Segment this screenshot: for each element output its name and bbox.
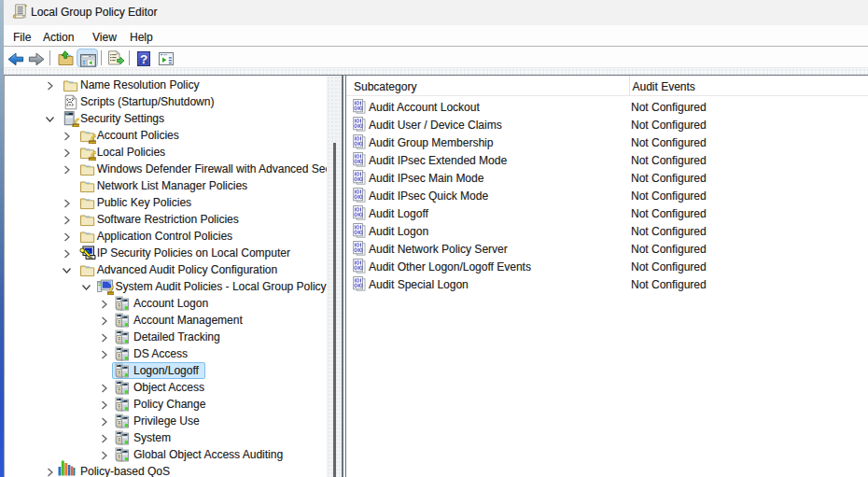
svg-text:?: ? bbox=[139, 51, 147, 65]
